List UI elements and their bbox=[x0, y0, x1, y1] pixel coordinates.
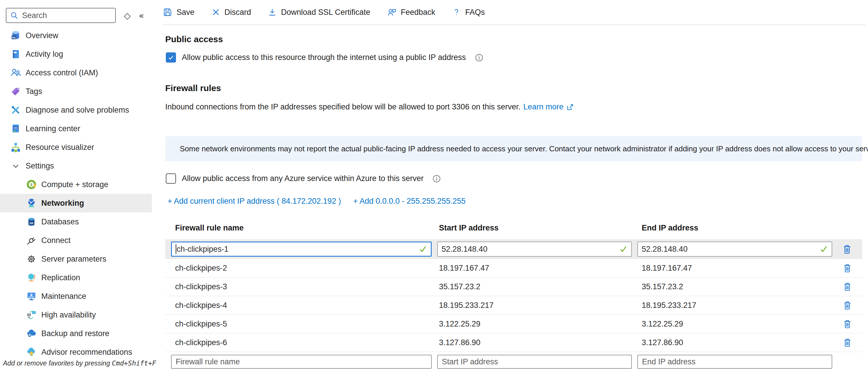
firewall-rule-row: ch-clickpipes-6 3.127.86.90 3.127.86.90 bbox=[165, 334, 862, 352]
discard-label: Discard bbox=[224, 8, 251, 17]
sidebar-item-diagnose[interactable]: Diagnose and solve problems bbox=[0, 101, 152, 119]
sidebar-item-label: Access control (IAM) bbox=[26, 68, 98, 78]
rule-start-ip: 18.197.167.47 bbox=[439, 264, 642, 273]
sidebar-item-server-parameters[interactable]: Server parameters bbox=[0, 250, 152, 268]
sidebar-item-label: High availability bbox=[41, 310, 96, 319]
discard-x-icon bbox=[212, 8, 220, 17]
start-ip-input[interactable]: 52.28.148.40 bbox=[437, 242, 632, 257]
sidebar-item-networking[interactable]: Networking bbox=[0, 194, 152, 212]
high-availability-icon bbox=[26, 309, 37, 321]
search-icon bbox=[10, 11, 19, 20]
trash-icon bbox=[842, 263, 852, 274]
sidebar-item-access-control[interactable]: Access control (IAM) bbox=[0, 63, 152, 82]
sidebar-item-label: Resource visualizer bbox=[26, 143, 94, 152]
plug-icon bbox=[26, 235, 37, 246]
feedback-label: Feedback bbox=[401, 8, 435, 17]
delete-rule-button[interactable] bbox=[842, 300, 862, 311]
sidebar-item-databases[interactable]: DB Databases bbox=[0, 212, 152, 231]
svg-text:$: $ bbox=[30, 182, 33, 187]
sidebar-item-high-availability[interactable]: High availability bbox=[0, 306, 152, 324]
save-icon bbox=[163, 7, 172, 17]
sidebar-item-resource-visualizer[interactable]: Resource visualizer bbox=[0, 138, 152, 157]
end-ip-value: 52.28.148.40 bbox=[642, 245, 688, 254]
rule-end-ip: 18.197.167.47 bbox=[642, 264, 842, 273]
sidebar-item-overview[interactable]: My Overview bbox=[0, 26, 152, 45]
rule-name: ch-clickpipes-5 bbox=[175, 319, 439, 329]
download-ssl-certificate-button[interactable]: Download SSL Certificate bbox=[268, 8, 370, 17]
activity-log-icon bbox=[10, 48, 22, 60]
delete-rule-button[interactable] bbox=[842, 263, 862, 274]
sidebar-item-backup-restore[interactable]: Backup and restore bbox=[0, 324, 152, 343]
info-icon[interactable] bbox=[432, 174, 441, 183]
sidebar-item-replication[interactable]: Replication bbox=[0, 268, 152, 287]
delete-rule-button[interactable] bbox=[842, 281, 862, 292]
svg-text:DB: DB bbox=[30, 222, 33, 225]
learning-book-icon: 101 bbox=[10, 123, 22, 134]
sidebar-item-label: Server parameters bbox=[41, 255, 106, 264]
firewall-table-header: Firewall rule name Start IP address End … bbox=[165, 223, 862, 239]
sidebar-item-advisor-recommendations[interactable]: Advisor recommendations bbox=[0, 343, 152, 362]
firewall-rule-row: ch-clickpipes-2 18.197.167.47 18.197.167… bbox=[165, 259, 862, 278]
search-input[interactable]: Search bbox=[6, 8, 116, 23]
feedback-icon bbox=[387, 7, 397, 17]
rule-start-ip: 18.195.233.217 bbox=[439, 301, 642, 310]
delete-rule-button[interactable] bbox=[842, 318, 862, 330]
rule-start-ip: 35.157.23.2 bbox=[439, 282, 642, 291]
firewall-rule-row: ch-clickpipes-5 3.122.25.29 3.122.25.29 bbox=[165, 315, 862, 334]
sidebar-item-activity-log[interactable]: Activity log bbox=[0, 45, 152, 63]
access-control-icon bbox=[10, 67, 22, 79]
sidebar-item-maintenance[interactable]: Maintenance bbox=[0, 287, 152, 306]
new-firewall-rule-row bbox=[165, 355, 862, 369]
new-end-ip-input[interactable] bbox=[637, 355, 832, 369]
faqs-button[interactable]: FAQs bbox=[452, 8, 485, 17]
save-button[interactable]: Save bbox=[163, 7, 195, 17]
sidebar-item-learning-center[interactable]: 101 Learning center bbox=[0, 119, 152, 138]
collapse-sidebar-icon[interactable]: « bbox=[139, 10, 144, 21]
firewall-rules-table: Firewall rule name Start IP address End … bbox=[165, 223, 862, 369]
learn-more-link[interactable]: Learn more bbox=[523, 102, 563, 112]
replication-globe-icon bbox=[26, 272, 37, 283]
info-banner: Some network environments may not report… bbox=[165, 136, 862, 161]
sidebar-item-settings[interactable]: Settings bbox=[0, 157, 152, 175]
download-icon bbox=[268, 8, 277, 17]
delete-rule-button[interactable] bbox=[842, 243, 852, 255]
resize-diamond-icon[interactable]: ◇ bbox=[124, 10, 131, 21]
add-client-ip-link[interactable]: + Add current client IP address ( 84.172… bbox=[167, 197, 341, 206]
info-icon[interactable] bbox=[475, 53, 484, 62]
networking-globe-icon bbox=[26, 197, 37, 209]
new-rule-name-input[interactable] bbox=[171, 355, 432, 369]
firewall-rules-description-row: Inbound connections from the IP addresse… bbox=[165, 102, 574, 112]
rule-end-ip: 3.127.86.90 bbox=[642, 338, 842, 347]
faqs-label: FAQs bbox=[465, 8, 485, 17]
sidebar-item-label: Learning center bbox=[26, 124, 80, 133]
firewall-rule-edit-row: ch-clickpipes-1 52.28.148.40 52.28.148.4… bbox=[165, 239, 862, 259]
header-end-ip: End IP address bbox=[642, 223, 842, 233]
sidebar-item-label: Diagnose and solve problems bbox=[26, 105, 129, 115]
chevron-down-icon bbox=[10, 160, 22, 172]
advisor-cloud-icon bbox=[26, 346, 37, 358]
discard-button[interactable]: Discard bbox=[212, 8, 251, 17]
add-ip-links-row: + Add current client IP address ( 84.172… bbox=[167, 197, 466, 206]
question-mark-icon bbox=[452, 8, 461, 17]
public-access-checkbox[interactable] bbox=[166, 52, 176, 63]
main-content: Save Discard Download SSL Certificate Fe… bbox=[152, 0, 868, 369]
sidebar-item-connect[interactable]: Connect bbox=[0, 231, 152, 250]
feedback-button[interactable]: Feedback bbox=[387, 7, 435, 17]
end-ip-input[interactable]: 52.28.148.40 bbox=[637, 242, 832, 257]
valid-check-icon bbox=[419, 245, 427, 253]
download-ssl-certificate-label: Download SSL Certificate bbox=[281, 8, 370, 17]
svg-text:101: 101 bbox=[14, 127, 18, 129]
header-firewall-rule-name: Firewall rule name bbox=[175, 223, 439, 233]
firewall-rules-description: Inbound connections from the IP addresse… bbox=[165, 102, 520, 112]
rule-end-ip: 3.122.25.29 bbox=[642, 319, 842, 329]
add-all-ips-link[interactable]: + Add 0.0.0.0 - 255.255.255.255 bbox=[353, 197, 466, 206]
sidebar-item-compute-storage[interactable]: $ Compute + storage bbox=[0, 175, 152, 194]
delete-rule-button[interactable] bbox=[842, 337, 862, 348]
rule-name-input[interactable]: ch-clickpipes-1 bbox=[171, 242, 432, 257]
azure-services-checkbox[interactable] bbox=[166, 174, 176, 184]
checkmark-icon bbox=[167, 54, 175, 61]
new-start-ip-input[interactable] bbox=[437, 355, 632, 369]
sidebar-item-tags[interactable]: Tags bbox=[0, 82, 152, 101]
trash-icon bbox=[842, 318, 852, 330]
public-access-heading: Public access bbox=[165, 34, 223, 44]
